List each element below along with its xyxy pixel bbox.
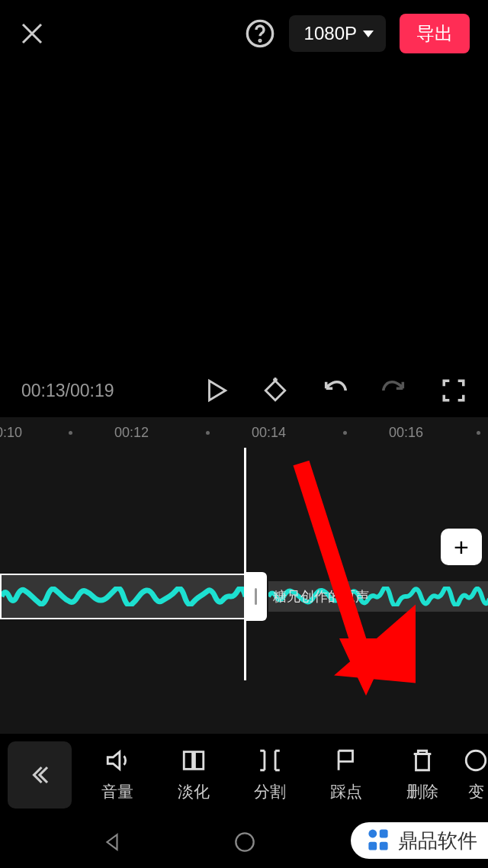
tool-split[interactable]: 分割 xyxy=(232,747,308,802)
fullscreen-icon[interactable] xyxy=(441,378,467,403)
redo-icon[interactable] xyxy=(381,378,407,403)
resolution-label: 1080P xyxy=(304,23,357,44)
svg-point-7 xyxy=(368,830,377,838)
svg-point-4 xyxy=(466,751,486,770)
nav-back-icon[interactable] xyxy=(102,832,122,852)
watermark: 鼎品软件 xyxy=(351,822,488,859)
nav-home-icon[interactable] xyxy=(234,831,255,853)
fade-icon xyxy=(181,747,207,773)
delete-icon xyxy=(409,747,435,773)
svg-rect-9 xyxy=(368,842,377,850)
audio-clip[interactable]: 糖兄创作的原声 xyxy=(268,581,488,612)
clip-handle[interactable] xyxy=(244,572,267,621)
time-display: 00:13/00:19 xyxy=(21,381,203,401)
tool-beat[interactable]: 踩点 xyxy=(308,747,384,802)
resolution-button[interactable]: 1080P xyxy=(289,15,386,52)
playhead[interactable] xyxy=(244,448,246,680)
audio-clip-label: 糖兄创作的原声 xyxy=(273,587,369,606)
tool-fade[interactable]: 淡化 xyxy=(156,747,232,802)
beat-icon xyxy=(333,747,359,773)
svg-rect-2 xyxy=(184,752,192,770)
waveform-icon xyxy=(2,587,246,606)
svg-rect-3 xyxy=(194,752,203,770)
watermark-logo-icon xyxy=(364,827,392,854)
tool-volume[interactable]: 音量 xyxy=(79,747,156,802)
controls-bar: 00:13/00:19 xyxy=(0,368,488,417)
svg-point-5 xyxy=(236,833,253,850)
ruler-mark: 00:16 xyxy=(389,425,423,441)
help-icon[interactable] xyxy=(245,18,275,49)
volume-icon xyxy=(104,747,130,773)
preview-area xyxy=(0,67,488,368)
watermark-text: 鼎品软件 xyxy=(398,828,477,854)
change-icon xyxy=(463,747,488,773)
bottom-toolbar: 音量 淡化 分割 踩点 删除 变 xyxy=(0,734,488,816)
tool-delete[interactable]: 删除 xyxy=(384,747,461,802)
video-preview[interactable] xyxy=(159,67,329,365)
audio-clip-selected[interactable] xyxy=(0,574,244,619)
svg-rect-10 xyxy=(380,842,388,850)
svg-point-1 xyxy=(259,40,261,41)
export-button[interactable]: 导出 xyxy=(400,14,470,53)
undo-icon[interactable] xyxy=(322,378,348,403)
play-icon[interactable] xyxy=(203,378,229,403)
back-button[interactable] xyxy=(8,741,72,809)
ruler-mark: 00:12 xyxy=(114,425,149,441)
ruler-mark: 00:14 xyxy=(252,425,286,441)
timeline-ruler: 0:10 00:12 00:14 00:16 xyxy=(0,417,488,448)
svg-rect-8 xyxy=(380,830,388,838)
split-icon xyxy=(257,747,283,773)
close-icon[interactable] xyxy=(18,20,46,47)
tool-change[interactable]: 变 xyxy=(461,747,488,802)
ruler-mark: 0:10 xyxy=(0,425,22,441)
top-bar: 1080P 导出 xyxy=(0,0,488,67)
timeline[interactable]: 0:10 00:12 00:14 00:16 + 糖兄创作的原声 xyxy=(0,417,488,734)
add-button[interactable]: + xyxy=(441,529,482,565)
keyframe-icon[interactable] xyxy=(262,378,288,403)
caret-down-icon xyxy=(363,31,374,37)
